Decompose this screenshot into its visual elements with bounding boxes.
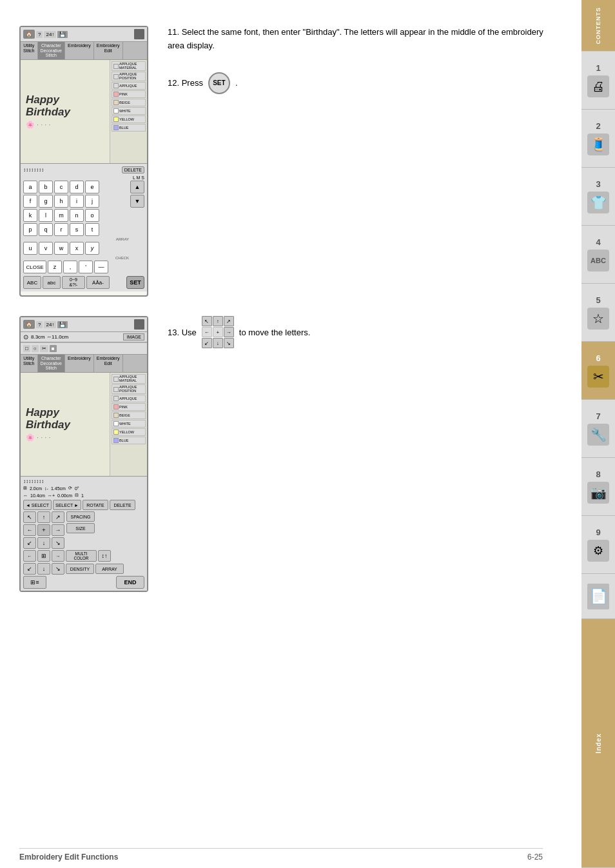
key-j[interactable]: j xyxy=(85,195,99,208)
key-dash[interactable]: — xyxy=(94,261,108,273)
keyboard-rows: a b c d e f g h i j xyxy=(23,181,129,275)
sidebar-tab-4[interactable]: 4 ABC xyxy=(581,226,615,284)
select-left-btn[interactable]: ◄ SELECT xyxy=(23,500,52,510)
sidebar-tab-index[interactable]: Index xyxy=(581,619,615,868)
key-mode-abc-lower[interactable]: abc xyxy=(43,276,61,289)
down-left-btn[interactable]: ↙ xyxy=(23,563,36,575)
arrow-s[interactable]: ↓ xyxy=(37,537,50,549)
grid-icon-btn[interactable]: ⊞≡ xyxy=(23,576,46,589)
index-tab-label: Index xyxy=(595,733,602,753)
key-mode-numbers[interactable]: 0~9&?!- xyxy=(62,276,85,289)
key-u[interactable]: u xyxy=(23,242,37,255)
down-right-btn[interactable]: ↘ xyxy=(52,563,64,575)
multi-color-btn[interactable]: MULTICOLOR xyxy=(66,550,97,562)
key-t[interactable]: t xyxy=(85,223,99,236)
key-v[interactable]: v xyxy=(39,242,53,255)
key-c[interactable]: c xyxy=(54,181,68,193)
key-e[interactable]: e xyxy=(85,181,99,193)
key-k[interactable]: k xyxy=(23,209,37,222)
tab-7-num: 7 xyxy=(596,411,600,421)
key-b[interactable]: b xyxy=(39,181,53,193)
key-z[interactable]: z xyxy=(48,261,62,273)
sidebar-tab-contents[interactable]: CONTENTS xyxy=(581,0,615,52)
size-btn[interactable]: SIZE xyxy=(66,523,95,533)
key-row-1: a b c d e xyxy=(23,181,129,193)
arrow-nw[interactable]: ↖ xyxy=(23,511,36,523)
arrow-w[interactable]: ← xyxy=(23,524,36,536)
sidebar-tab-3[interactable]: 3 👕 xyxy=(581,168,615,226)
set-button-circle[interactable]: SET xyxy=(208,72,230,94)
menu-tab-edit[interactable]: EmbroideryEdit xyxy=(94,42,123,59)
left-arrow-btn[interactable]: ← xyxy=(23,550,36,562)
nav-down[interactable]: ▼ xyxy=(130,195,144,208)
select-right-btn[interactable]: SELECT ► xyxy=(53,500,81,510)
menu-tab-embroidery[interactable]: Embroidery xyxy=(65,42,94,59)
multi-color-row: ← ⊞ → MULTICOLOR ↕↑ xyxy=(23,550,144,562)
key-mode-special[interactable]: ÄÅä- xyxy=(86,276,110,289)
arrow-ne[interactable]: ↗ xyxy=(52,511,64,523)
menu-tab-character-2[interactable]: CharacterDecorativeStitch xyxy=(38,355,65,372)
key-s[interactable]: s xyxy=(70,223,84,236)
key-f[interactable]: f xyxy=(23,195,37,208)
key-a[interactable]: a xyxy=(23,181,37,193)
tab-9-icon: ⚙ xyxy=(587,540,609,562)
key-d[interactable]: d xyxy=(70,181,84,193)
delete-btn-2[interactable]: DELETE xyxy=(110,500,135,510)
decorative-element: 🌸 · · · · xyxy=(26,121,70,129)
arrow-se[interactable]: ↘ xyxy=(52,537,64,549)
center-btn-2[interactable]: ⊞ xyxy=(37,550,50,562)
set-button-keyboard[interactable]: SET xyxy=(126,276,144,289)
sidebar-tab-doc[interactable]: 📄 xyxy=(581,574,615,619)
key-y[interactable]: y xyxy=(85,242,99,255)
arrow-sw[interactable]: ↙ xyxy=(23,537,36,549)
sidebar-tab-1[interactable]: 1 🖨 xyxy=(581,52,615,110)
size-arrows-btn[interactable]: ↕↑ xyxy=(98,550,111,562)
key-i[interactable]: i xyxy=(70,195,84,208)
key-p[interactable]: p xyxy=(23,223,37,236)
key-comma[interactable]: , xyxy=(63,261,77,273)
down-btn[interactable]: ↓ xyxy=(37,563,50,575)
sidebar-tab-6[interactable]: 6 ✂ xyxy=(581,342,615,400)
spacing-btn[interactable]: SPACING xyxy=(66,511,95,522)
key-mode-abc-upper[interactable]: ABC xyxy=(23,276,41,289)
key-o[interactable]: o xyxy=(85,209,99,222)
key-n[interactable]: n xyxy=(70,209,84,222)
sidebar-tab-5[interactable]: 5 ☆ xyxy=(581,284,615,342)
key-q[interactable]: q xyxy=(39,223,53,236)
key-x[interactable]: x xyxy=(70,242,84,255)
sidebar-tab-8[interactable]: 8 📷 xyxy=(581,458,615,516)
key-m[interactable]: m xyxy=(54,209,68,222)
stitch-markers-2: ↕↕↕↕↕↕↕↕ xyxy=(23,478,144,484)
rotate-btn[interactable]: ROTATE xyxy=(83,500,108,510)
sidebar-tab-2[interactable]: 2 🧵 xyxy=(581,110,615,168)
key-h[interactable]: h xyxy=(54,195,68,208)
key-w[interactable]: w xyxy=(54,242,68,255)
right-arrow-btn[interactable]: → xyxy=(52,550,64,562)
arrow-center[interactable]: + xyxy=(37,524,50,536)
density-btn[interactable]: DENSITY xyxy=(66,564,94,574)
menu-tab-utility-2[interactable]: UtilityStitch xyxy=(21,355,38,372)
delete-side: DELETE xyxy=(122,166,144,173)
sidebar-tab-7[interactable]: 7 🔧 xyxy=(581,400,615,458)
end-button[interactable]: END xyxy=(116,576,144,589)
menu-tab-character[interactable]: CharacterDecorativeStitch xyxy=(38,42,65,59)
menu-tab-utility[interactable]: UtilityStitch xyxy=(21,42,38,59)
array-btn-2[interactable]: ARRAY xyxy=(95,564,124,574)
key-g[interactable]: g xyxy=(39,195,53,208)
close-button[interactable]: CLOSE xyxy=(23,261,46,273)
key-l[interactable]: l xyxy=(39,209,53,222)
sidebar-tab-9[interactable]: 9 ⚙ xyxy=(581,516,615,574)
screen-bottom-bar: ⊞≡ END xyxy=(23,576,144,589)
arrow-n[interactable]: ↑ xyxy=(37,511,50,523)
happy-text: Happy xyxy=(26,94,70,106)
ag-center: + xyxy=(213,327,223,337)
delete-button[interactable]: DELETE xyxy=(122,166,144,173)
key-r[interactable]: r xyxy=(54,223,68,236)
right-panel-2: APPLIQUEMATERIAL APPLIQUEPOSITION APPLIQ… xyxy=(110,373,147,476)
nav-up[interactable]: ▲ xyxy=(130,181,144,193)
menu-tab-edit-2[interactable]: EmbroideryEdit xyxy=(94,355,123,372)
arrow-e[interactable]: → xyxy=(52,524,64,536)
image-button[interactable]: IMAGE xyxy=(123,333,144,340)
key-apostrophe[interactable]: ' xyxy=(79,261,93,273)
menu-tab-embroidery-2[interactable]: Embroidery xyxy=(65,355,94,372)
